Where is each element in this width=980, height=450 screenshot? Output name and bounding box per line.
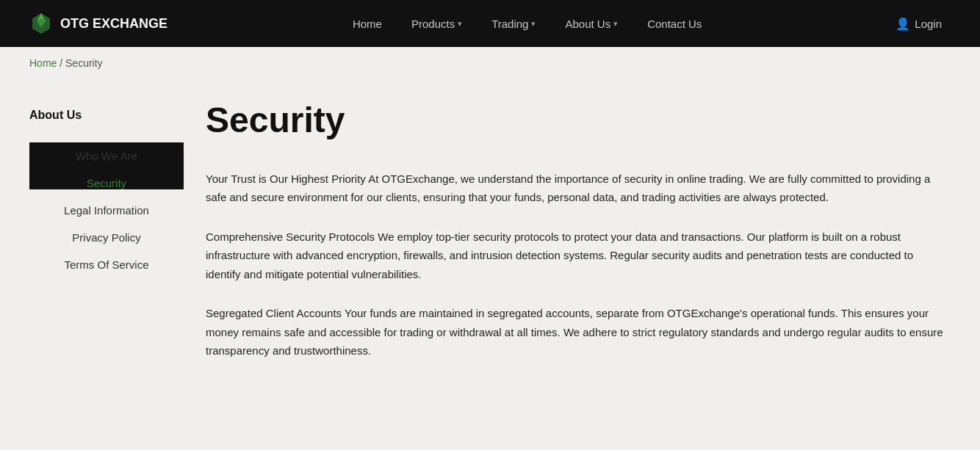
sidebar-nav: Who We Are Security Legal Information Pr… — [29, 142, 184, 189]
breadcrumb-current: Security — [65, 57, 103, 69]
trading-chevron-icon: ▾ — [531, 19, 536, 29]
sidebar: About Us Who We Are Security Legal Infor… — [29, 94, 184, 381]
products-chevron-icon: ▾ — [458, 19, 462, 29]
page-layout: About Us Who We Are Security Legal Infor… — [0, 79, 980, 410]
sidebar-item-legal[interactable]: Legal Information — [64, 197, 149, 224]
sidebar-item-terms[interactable]: Terms Of Service — [64, 251, 148, 278]
navbar: OTG EXCHANGE Home Products ▾ Trading ▾ A… — [0, 0, 980, 47]
nav-about[interactable]: About Us ▾ — [553, 12, 630, 36]
login-button[interactable]: 👤 Login — [887, 11, 951, 37]
sidebar-title: About Us — [29, 109, 184, 122]
nav-contact[interactable]: Contact Us — [635, 12, 713, 36]
about-chevron-icon: ▾ — [613, 19, 618, 29]
sidebar-item-privacy[interactable]: Privacy Policy — [72, 224, 140, 251]
content-paragraph-2: Comprehensive Security Protocols We empl… — [206, 228, 951, 284]
content-paragraph-1: Your Trust is Our Highest Priority At OT… — [206, 170, 951, 207]
nav-links: Home Products ▾ Trading ▾ About Us ▾ Con… — [341, 12, 713, 36]
page-title: Security — [206, 101, 951, 140]
content-paragraph-3: Segregated Client Accounts Your funds ar… — [206, 304, 951, 360]
nav-trading[interactable]: Trading ▾ — [480, 12, 547, 36]
breadcrumb: Home / Security — [0, 47, 980, 79]
brand-name: OTG EXCHANGE — [60, 16, 167, 32]
main-content: Security Your Trust is Our Highest Prior… — [184, 94, 951, 381]
nav-home[interactable]: Home — [341, 12, 394, 36]
brand-logo[interactable]: OTG EXCHANGE — [29, 12, 167, 35]
sidebar-item-security[interactable]: Security — [87, 170, 126, 197]
breadcrumb-home[interactable]: Home — [29, 57, 57, 69]
breadcrumb-separator: / — [60, 57, 65, 69]
nav-products[interactable]: Products ▾ — [400, 12, 474, 36]
sidebar-item-who-we-are[interactable]: Who We Are — [76, 142, 137, 170]
user-icon: 👤 — [896, 17, 910, 31]
